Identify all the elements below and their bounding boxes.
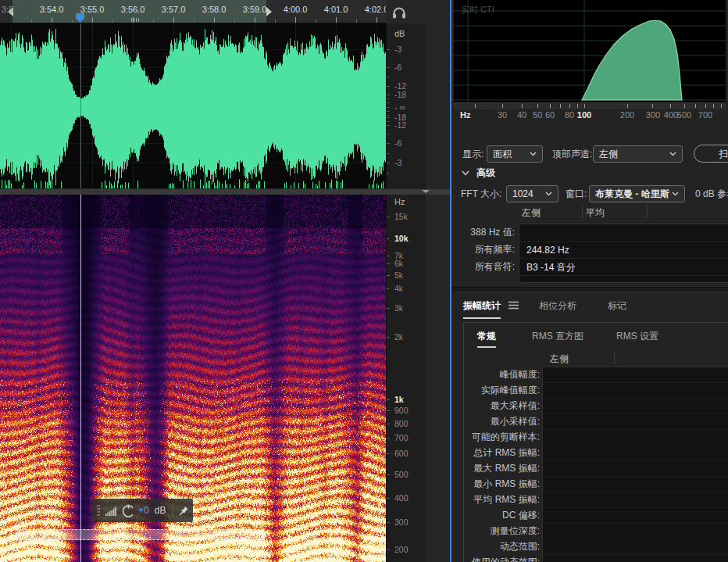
top-channel-select[interactable]: 左侧 — [593, 145, 683, 163]
scale-tick — [387, 111, 389, 112]
chevron-down-icon — [462, 170, 469, 176]
scale-tick — [387, 153, 389, 154]
spectral-selection[interactable] — [17, 529, 264, 540]
amplitude-scale[interactable]: dB-3-6-12-18- ∞-18-12-6-3 — [386, 23, 426, 188]
scale-tick — [387, 474, 390, 475]
frequency-axis-tick — [584, 104, 585, 108]
pin-icon[interactable] — [179, 506, 187, 516]
ruler-tick — [316, 20, 316, 23]
column-separator — [614, 351, 615, 364]
divider-collapse-icon[interactable] — [422, 190, 430, 193]
stat-row-label: 使用的动态范围: — [464, 554, 540, 562]
ruler-time-label: 3:5 — [2, 5, 13, 14]
scale-label: dB — [394, 29, 405, 38]
frequency-axis-label: 30 — [498, 110, 507, 120]
frequency-axis-tick — [577, 104, 578, 108]
table-row-value — [519, 224, 728, 242]
ruler-tick — [112, 20, 113, 23]
frequency-scale[interactable]: Hz15k10k7k6k5k4k3k2k1k900800700600500400… — [386, 195, 426, 562]
stat-row-value — [543, 539, 728, 555]
ruler-tick — [194, 20, 194, 23]
subtab-rms-settings[interactable]: RMS 设置 — [616, 330, 658, 346]
scale-tick — [387, 107, 390, 108]
frequency-axis-tick — [721, 104, 722, 108]
divider-grip-icon[interactable] — [81, 191, 109, 194]
spectrogram-playhead — [80, 195, 81, 562]
scale-label: -6 — [394, 63, 401, 72]
chevron-down-icon — [669, 152, 676, 156]
ruler-time-label: 4:00.0 — [284, 5, 308, 14]
frequency-analysis-graph[interactable]: 实时 CTI — [454, 0, 726, 102]
scale-label: 500 — [394, 470, 409, 479]
ruler-tick — [153, 20, 154, 23]
fft-size-label: FFT 大小: — [461, 188, 501, 201]
ruler-tick — [52, 17, 52, 23]
spectral-selection-left-handle[interactable] — [16, 532, 19, 538]
chevron-down-icon — [672, 192, 679, 196]
advanced-section-toggle[interactable]: 高级 — [462, 166, 495, 180]
frequency-axis-tick — [560, 104, 561, 108]
channel-divider[interactable] — [0, 188, 450, 195]
selection-end-handle-icon[interactable] — [266, 7, 272, 16]
scale-tick — [387, 256, 390, 256]
frequency-axis-tick — [569, 104, 570, 108]
display-select[interactable]: 面积 — [487, 145, 543, 163]
scale-tick — [387, 67, 390, 68]
ruler-tick — [72, 20, 73, 23]
scale-tick — [387, 424, 390, 424]
scale-tick — [387, 399, 390, 400]
frequency-axis-tick — [670, 104, 671, 108]
stat-row-label: 测量位深度: — [464, 523, 540, 539]
scale-label: 800 — [394, 419, 409, 428]
amplitude-statistics-panel: 振幅统计 相位分析 标记 常规 RMS 直方图 RMS 设置 左侧 峰值幅度:实… — [451, 292, 728, 562]
table-row-label: 388 Hz 值: — [451, 224, 515, 241]
hud-divider — [173, 504, 173, 517]
gain-hud[interactable]: +0 dB — [91, 499, 193, 522]
ruler-tick — [336, 17, 337, 23]
fft-size-select[interactable]: 1024 — [506, 185, 558, 202]
chevron-down-icon — [545, 192, 552, 196]
stats-row-labels: 峰值幅度:实际峰值幅度:最大采样值:最小采样值:可能的剪断样本:总计 RMS 振… — [464, 367, 540, 562]
scale-label: 700 — [394, 433, 409, 442]
volume-knob-icon[interactable] — [122, 504, 133, 517]
waveform-display[interactable] — [0, 23, 386, 188]
scale-label: 900 — [394, 406, 409, 415]
hud-grip-icon[interactable] — [97, 504, 100, 517]
tab-amplitude-statistics[interactable]: 振幅统计 — [463, 299, 501, 319]
stat-row-label: 最大 RMS 振幅: — [464, 460, 540, 476]
stat-row-value — [543, 430, 728, 446]
window-select[interactable]: 布莱克曼 - 哈里斯 — [589, 185, 685, 202]
scale-tick — [387, 102, 389, 103]
scan-button[interactable]: 扫描 — [694, 145, 728, 163]
scale-label: 3k — [394, 303, 403, 313]
tab-markers[interactable]: 标记 — [608, 299, 626, 317]
scale-tick — [387, 498, 390, 499]
column-header-left: 左侧 — [522, 206, 541, 220]
stat-row-value — [543, 477, 728, 492]
spectral-selection-right-handle[interactable] — [262, 532, 266, 538]
scale-tick — [387, 95, 390, 95]
tab-phase-analysis[interactable]: 相位分析 — [539, 299, 576, 317]
scale-tick — [387, 438, 390, 439]
frequency-axis-label: 40 — [517, 110, 526, 120]
frequency-axis-label: 60 — [545, 110, 555, 120]
scale-tick — [387, 217, 390, 217]
scale-tick — [387, 275, 390, 276]
subtab-general[interactable]: 常规 — [477, 330, 496, 348]
frequency-table-values: 244.82 HzB3 -14 音分 — [519, 224, 728, 283]
scale-label: - ∞ — [394, 102, 405, 112]
scale-tick — [387, 308, 390, 309]
timeline-ruler[interactable]: 3:53:54.03:55.03:56.03:57.03:58.03:59.04… — [0, 0, 386, 23]
panel-menu-icon[interactable] — [509, 301, 519, 310]
headphone-icon[interactable] — [391, 5, 407, 20]
ruler-tick — [173, 17, 174, 23]
frequency-axis-tick — [502, 104, 503, 108]
scale-label: 4k — [394, 284, 403, 293]
subtab-rms-histogram[interactable]: RMS 直方图 — [532, 330, 583, 346]
scale-tick — [387, 337, 390, 338]
gain-value[interactable]: +0 — [138, 505, 149, 516]
frequency-axis-ticks — [454, 102, 726, 109]
spectrogram-display[interactable] — [0, 195, 386, 562]
scale-label: 5k — [394, 270, 403, 280]
ruler-tick — [356, 20, 357, 23]
